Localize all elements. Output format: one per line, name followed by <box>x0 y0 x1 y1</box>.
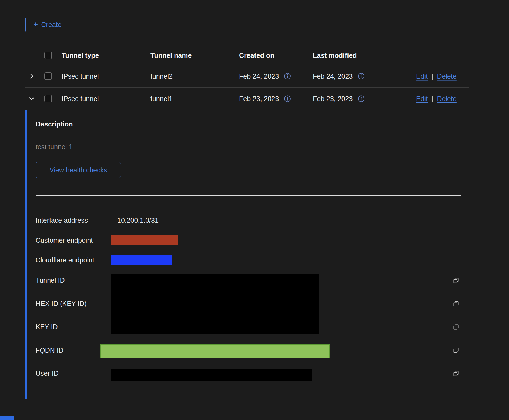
edit-link[interactable]: Edit <box>416 95 428 103</box>
row-actions: Edit | Delete <box>416 72 457 80</box>
copy-tunnel-id-button[interactable] <box>452 276 460 285</box>
actions-separator: | <box>431 95 433 103</box>
table-header-row: Tunnel type Tunnel name Created on Last … <box>25 46 469 65</box>
info-icon[interactable] <box>357 72 365 80</box>
copy-icon <box>453 370 460 377</box>
tunnel-type-cell: IPsec tunnel <box>62 95 99 103</box>
last-modified-text: Feb 23, 2023 <box>313 95 353 103</box>
copy-icon <box>453 347 460 354</box>
expanded-tunnel-panel: Description test tunnel 1 View health ch… <box>25 110 469 399</box>
interface-address-label: Interface address <box>36 216 88 224</box>
description-label: Description <box>36 120 73 128</box>
copy-key-id-button[interactable] <box>452 323 460 331</box>
column-header-created-on: Created on <box>239 51 274 59</box>
tunnel-id-label: Tunnel ID <box>36 276 65 284</box>
info-icon[interactable] <box>357 95 365 102</box>
tunnel-ids-redacted-block <box>111 274 319 334</box>
last-modified-text: Feb 24, 2023 <box>313 72 353 80</box>
cloudflare-endpoint-label: Cloudflare endpoint <box>36 256 94 264</box>
tunnel-type-cell: IPsec tunnel <box>62 72 99 80</box>
actions-separator: | <box>431 72 433 80</box>
created-on-text: Feb 24, 2023 <box>239 72 279 80</box>
delete-link[interactable]: Delete <box>437 72 457 80</box>
chevron-right-icon <box>28 73 35 80</box>
expand-row-button[interactable] <box>27 72 36 81</box>
user-id-redacted-value <box>111 369 312 381</box>
fqdn-id-label: FQDN ID <box>36 346 63 354</box>
panel-accent-bar <box>25 110 27 399</box>
row-checkbox[interactable] <box>44 95 52 102</box>
info-icon[interactable] <box>284 72 291 80</box>
copy-icon <box>453 300 460 307</box>
cloudflare-endpoint-redacted-value <box>111 255 172 265</box>
copy-fqdn-id-button[interactable] <box>452 346 460 355</box>
column-header-tunnel-type: Tunnel type <box>62 51 99 59</box>
last-modified-cell: Feb 24, 2023 <box>313 72 365 80</box>
created-on-cell: Feb 23, 2023 <box>239 95 291 103</box>
create-button[interactable]: + Create <box>25 17 69 32</box>
section-divider <box>36 195 461 196</box>
chevron-down-icon <box>28 95 35 102</box>
copy-hex-id-button[interactable] <box>452 299 460 308</box>
last-modified-cell: Feb 23, 2023 <box>313 95 365 103</box>
footer-accent-bar <box>0 416 14 420</box>
customer-endpoint-redacted-value <box>111 235 178 245</box>
table-row: IPsec tunnel tunnel2 Feb 24, 2023 Feb 24… <box>25 65 469 88</box>
copy-icon <box>453 324 460 331</box>
delete-link[interactable]: Delete <box>437 95 457 103</box>
copy-user-id-button[interactable] <box>452 369 460 378</box>
info-icon[interactable] <box>284 95 291 102</box>
edit-link[interactable]: Edit <box>416 72 428 80</box>
fqdn-id-redacted-value <box>100 344 330 358</box>
created-on-cell: Feb 24, 2023 <box>239 72 291 80</box>
row-checkbox[interactable] <box>44 72 52 80</box>
row-actions: Edit | Delete <box>416 95 457 103</box>
created-on-text: Feb 23, 2023 <box>239 95 279 103</box>
user-id-label: User ID <box>36 369 59 377</box>
description-value: test tunnel 1 <box>36 143 72 151</box>
view-health-checks-button[interactable]: View health checks <box>36 162 121 178</box>
tunnel-name-cell: tunnel1 <box>150 95 173 103</box>
key-id-label: KEY ID <box>36 323 58 331</box>
tunnels-table: Tunnel type Tunnel name Created on Last … <box>25 46 469 399</box>
collapse-row-button[interactable] <box>27 94 36 103</box>
copy-icon <box>453 277 460 284</box>
column-header-tunnel-name: Tunnel name <box>150 51 192 59</box>
select-all-checkbox[interactable] <box>44 52 52 59</box>
tunnel-name-cell: tunnel2 <box>150 72 173 80</box>
table-row: IPsec tunnel tunnel1 Feb 23, 2023 Feb 23… <box>25 88 469 110</box>
customer-endpoint-label: Customer endpoint <box>36 236 93 244</box>
create-button-label: Create <box>41 21 62 29</box>
interface-address-value: 10.200.1.0/31 <box>117 216 159 224</box>
column-header-last-modified: Last modified <box>313 51 357 59</box>
hex-id-label: HEX ID (KEY ID) <box>36 300 86 308</box>
plus-icon: + <box>33 21 38 29</box>
